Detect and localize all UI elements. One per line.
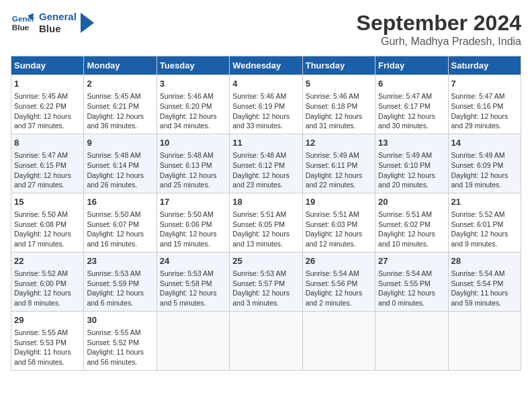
sunset-text: Sunset: 6:14 PM	[87, 161, 139, 169]
daylight-text: Daylight: 12 hours and 0 minutes.	[378, 289, 435, 307]
sunrise-text: Sunrise: 5:45 AM	[87, 92, 140, 100]
svg-text:Blue: Blue	[12, 23, 30, 32]
sunrise-text: Sunrise: 5:45 AM	[14, 92, 68, 100]
week-row-4: 22Sunrise: 5:52 AMSunset: 6:00 PMDayligh…	[11, 252, 521, 311]
calendar-body: 1Sunrise: 5:45 AMSunset: 6:22 PMDaylight…	[11, 75, 521, 371]
sunset-text: Sunset: 6:08 PM	[14, 220, 66, 228]
sunset-text: Sunset: 5:56 PM	[306, 279, 358, 287]
sunrise-text: Sunrise: 5:55 AM	[87, 328, 140, 336]
day-cell: 27Sunrise: 5:54 AMSunset: 5:55 PMDayligh…	[375, 252, 448, 311]
header-cell-saturday: Saturday	[448, 56, 521, 75]
sunrise-text: Sunrise: 5:48 AM	[87, 151, 140, 159]
sunrise-text: Sunrise: 5:49 AM	[378, 151, 432, 159]
daylight-text: Daylight: 12 hours and 22 minutes.	[306, 171, 363, 189]
day-number: 20	[378, 196, 445, 208]
month-title: September 2024	[357, 11, 521, 36]
day-number: 2	[87, 78, 153, 90]
sunrise-text: Sunrise: 5:51 AM	[232, 210, 286, 218]
sunrise-text: Sunrise: 5:47 AM	[378, 92, 432, 100]
sunset-text: Sunset: 6:22 PM	[14, 102, 66, 110]
sunset-text: Sunset: 5:57 PM	[232, 279, 285, 287]
day-number: 16	[87, 196, 153, 208]
sunset-text: Sunset: 6:15 PM	[14, 161, 66, 169]
day-number: 30	[87, 314, 153, 326]
sunrise-text: Sunrise: 5:48 AM	[232, 151, 286, 159]
day-cell: 12Sunrise: 5:49 AMSunset: 6:11 PMDayligh…	[302, 134, 375, 193]
sunset-text: Sunset: 6:19 PM	[232, 102, 285, 110]
day-cell: 6Sunrise: 5:47 AMSunset: 6:17 PMDaylight…	[375, 75, 448, 134]
day-cell	[230, 311, 302, 370]
day-number: 8	[14, 137, 81, 149]
day-cell: 11Sunrise: 5:48 AMSunset: 6:12 PMDayligh…	[230, 134, 302, 193]
sunset-text: Sunset: 6:10 PM	[378, 161, 431, 169]
day-number: 26	[306, 255, 372, 267]
day-number: 19	[306, 196, 372, 208]
sunrise-text: Sunrise: 5:50 AM	[160, 210, 214, 218]
sunrise-text: Sunrise: 5:49 AM	[306, 151, 359, 159]
day-number: 22	[14, 255, 81, 267]
day-number: 12	[306, 137, 372, 149]
day-cell: 10Sunrise: 5:48 AMSunset: 6:13 PMDayligh…	[157, 134, 229, 193]
daylight-text: Daylight: 12 hours and 12 minutes.	[306, 230, 363, 248]
day-cell	[157, 311, 229, 370]
day-number: 27	[378, 255, 445, 267]
sunrise-text: Sunrise: 5:46 AM	[232, 92, 286, 100]
sunset-text: Sunset: 6:09 PM	[451, 161, 504, 169]
sunset-text: Sunset: 5:52 PM	[87, 338, 139, 347]
daylight-text: Daylight: 12 hours and 25 minutes.	[160, 171, 217, 189]
day-cell: 22Sunrise: 5:52 AMSunset: 6:00 PMDayligh…	[11, 252, 84, 311]
sunset-text: Sunset: 6:17 PM	[378, 102, 431, 110]
week-row-3: 15Sunrise: 5:50 AMSunset: 6:08 PMDayligh…	[11, 193, 521, 252]
sunrise-text: Sunrise: 5:53 AM	[232, 269, 286, 277]
sunrise-text: Sunrise: 5:54 AM	[451, 269, 505, 277]
daylight-text: Daylight: 12 hours and 33 minutes.	[232, 112, 290, 130]
day-cell: 18Sunrise: 5:51 AMSunset: 6:05 PMDayligh…	[230, 193, 302, 252]
daylight-text: Daylight: 12 hours and 8 minutes.	[14, 289, 71, 307]
day-number: 17	[160, 196, 226, 208]
daylight-text: Daylight: 12 hours and 2 minutes.	[306, 289, 363, 307]
day-cell: 7Sunrise: 5:47 AMSunset: 6:16 PMDaylight…	[448, 75, 521, 134]
day-number: 5	[306, 78, 372, 90]
day-number: 15	[14, 196, 81, 208]
day-number: 1	[14, 78, 81, 90]
day-number: 23	[87, 255, 153, 267]
sunrise-text: Sunrise: 5:52 AM	[451, 210, 505, 218]
day-cell: 17Sunrise: 5:50 AMSunset: 6:06 PMDayligh…	[157, 193, 229, 252]
daylight-text: Daylight: 12 hours and 5 minutes.	[160, 289, 217, 307]
day-cell: 14Sunrise: 5:49 AMSunset: 6:09 PMDayligh…	[448, 134, 521, 193]
header-cell-sunday: Sunday	[11, 56, 84, 75]
sunset-text: Sunset: 6:00 PM	[14, 279, 66, 287]
day-cell: 24Sunrise: 5:53 AMSunset: 5:58 PMDayligh…	[157, 252, 229, 311]
header-cell-wednesday: Wednesday	[230, 56, 302, 75]
sunset-text: Sunset: 6:12 PM	[232, 161, 285, 169]
daylight-text: Daylight: 12 hours and 3 minutes.	[232, 289, 290, 307]
daylight-text: Daylight: 12 hours and 6 minutes.	[87, 289, 144, 307]
sunset-text: Sunset: 5:54 PM	[451, 279, 504, 287]
day-cell: 28Sunrise: 5:54 AMSunset: 5:54 PMDayligh…	[448, 252, 521, 311]
day-cell: 2Sunrise: 5:45 AMSunset: 6:21 PMDaylight…	[84, 75, 157, 134]
logo-general: General	[39, 11, 77, 23]
sunrise-text: Sunrise: 5:51 AM	[378, 210, 432, 218]
logo-icon: General Blue	[11, 11, 35, 35]
sunset-text: Sunset: 6:16 PM	[451, 102, 504, 110]
daylight-text: Daylight: 12 hours and 20 minutes.	[378, 171, 435, 189]
day-number: 10	[160, 137, 226, 149]
daylight-text: Daylight: 12 hours and 37 minutes.	[14, 112, 71, 130]
sunset-text: Sunset: 6:07 PM	[87, 220, 139, 228]
day-cell	[302, 311, 375, 370]
daylight-text: Daylight: 12 hours and 19 minutes.	[451, 171, 508, 189]
day-cell: 29Sunrise: 5:55 AMSunset: 5:53 PMDayligh…	[11, 311, 84, 370]
sunset-text: Sunset: 6:13 PM	[160, 161, 212, 169]
daylight-text: Daylight: 11 hours and 58 minutes.	[14, 348, 71, 366]
header-cell-tuesday: Tuesday	[157, 56, 229, 75]
day-number: 3	[160, 78, 226, 90]
day-cell	[375, 311, 448, 370]
sunset-text: Sunset: 6:05 PM	[232, 220, 285, 228]
day-cell: 4Sunrise: 5:46 AMSunset: 6:19 PMDaylight…	[230, 75, 302, 134]
sunset-text: Sunset: 5:55 PM	[378, 279, 431, 287]
sunset-text: Sunset: 6:01 PM	[451, 220, 504, 228]
logo: General Blue General Blue	[11, 11, 94, 35]
sunrise-text: Sunrise: 5:53 AM	[87, 269, 140, 277]
day-number: 28	[451, 255, 518, 267]
day-number: 9	[87, 137, 153, 149]
